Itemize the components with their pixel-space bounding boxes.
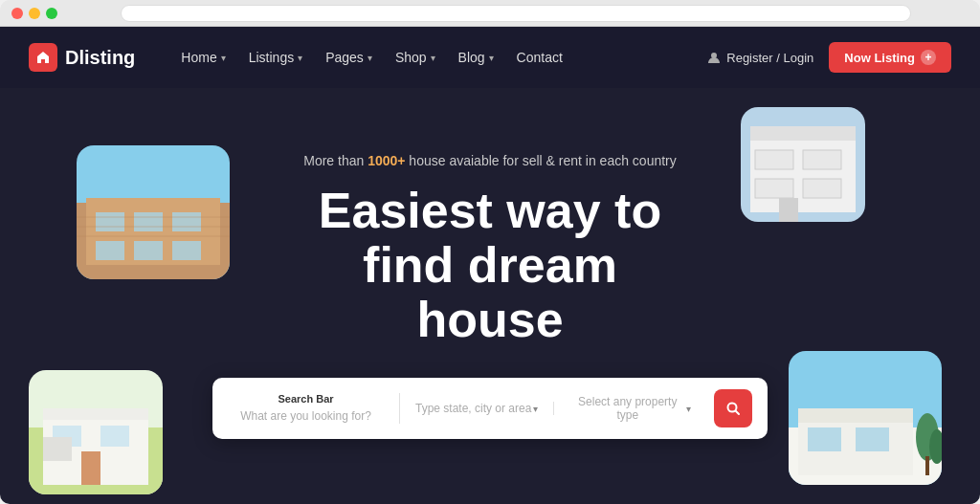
property-placeholder-text: Select any property type <box>569 395 687 422</box>
svg-rect-17 <box>803 150 841 169</box>
nav-right: Register / Login Now Listing + <box>707 42 951 73</box>
svg-rect-7 <box>96 241 124 260</box>
chevron-down-icon: ▾ <box>298 53 302 63</box>
logo-icon <box>29 43 57 72</box>
svg-rect-9 <box>172 241 201 260</box>
svg-rect-20 <box>779 198 798 222</box>
nav-item-shop[interactable]: Shop ▾ <box>395 50 435 65</box>
svg-rect-8 <box>134 241 163 260</box>
search-button[interactable] <box>714 389 752 427</box>
search-icon <box>725 401 741 416</box>
new-listing-button[interactable]: Now Listing + <box>829 42 951 73</box>
logo[interactable]: Dlisting <box>29 43 135 72</box>
svg-rect-26 <box>856 427 889 451</box>
svg-rect-6 <box>172 212 201 231</box>
svg-rect-36 <box>81 451 100 485</box>
svg-rect-29 <box>925 456 929 475</box>
nav-item-contact[interactable]: Contact <box>517 50 563 65</box>
hero-title: Easiest way to find dream house <box>212 184 768 348</box>
search-bar-placeholder: What are you looking for? <box>240 409 371 423</box>
chevron-down-icon: ▾ <box>431 53 435 63</box>
search-location-dropdown[interactable]: Type state, city or area ▾ <box>400 402 554 415</box>
svg-rect-4 <box>96 212 124 231</box>
close-btn[interactable] <box>11 8 23 19</box>
svg-rect-15 <box>750 126 856 141</box>
navbar: Dlisting Home ▾ Listings ▾ Pages ▾ Shop … <box>0 27 980 88</box>
chevron-down-icon: ▾ <box>533 404 538 414</box>
nav-item-blog[interactable]: Blog ▾ <box>458 50 494 65</box>
svg-rect-35 <box>100 426 129 447</box>
search-left-section[interactable]: Search Bar What are you looking for? <box>228 393 400 424</box>
plus-icon: + <box>921 50 936 65</box>
chevron-down-icon: ▾ <box>489 53 494 63</box>
svg-line-39 <box>736 411 740 415</box>
search-property-dropdown[interactable]: Select any property type ▾ <box>554 395 707 422</box>
search-bar-label: Search Bar <box>228 393 384 405</box>
logo-text: Dlisting <box>65 47 135 69</box>
register-login-link[interactable]: Register / Login <box>707 51 813 65</box>
nav-item-pages[interactable]: Pages ▾ <box>325 50 372 65</box>
svg-rect-5 <box>134 212 163 231</box>
browser-window: Dlisting Home ▾ Listings ▾ Pages ▾ Shop … <box>0 0 980 504</box>
svg-rect-37 <box>43 437 72 461</box>
hero-subtitle: More than 1000+ house avaiable for sell … <box>212 153 768 168</box>
chevron-down-icon: ▾ <box>221 53 226 63</box>
chevron-down-icon: ▾ <box>686 404 691 414</box>
browser-content: Dlisting Home ▾ Listings ▾ Pages ▾ Shop … <box>0 27 980 504</box>
location-placeholder-text: Type state, city or area <box>415 402 531 415</box>
svg-rect-25 <box>808 427 841 451</box>
nav-item-listings[interactable]: Listings ▾ <box>249 50 302 65</box>
minimize-btn[interactable] <box>29 8 40 19</box>
float-image-4 <box>29 370 163 494</box>
maximize-btn[interactable] <box>46 8 57 19</box>
address-bar[interactable] <box>121 5 911 22</box>
svg-rect-24 <box>798 408 913 423</box>
nav-item-home[interactable]: Home ▾ <box>181 50 225 65</box>
float-image-3 <box>789 351 942 485</box>
nav-menu: Home ▾ Listings ▾ Pages ▾ Shop ▾ Blog <box>181 50 563 65</box>
svg-rect-33 <box>43 408 148 420</box>
browser-titlebar <box>0 0 980 27</box>
user-icon <box>707 51 721 64</box>
hero-section: More than 1000+ house avaiable for sell … <box>0 88 980 504</box>
hero-content: More than 1000+ house avaiable for sell … <box>212 153 768 440</box>
chevron-down-icon: ▾ <box>368 53 372 63</box>
search-bar: Search Bar What are you looking for? Typ… <box>212 378 768 439</box>
svg-rect-19 <box>803 179 841 198</box>
float-image-1 <box>77 145 230 279</box>
